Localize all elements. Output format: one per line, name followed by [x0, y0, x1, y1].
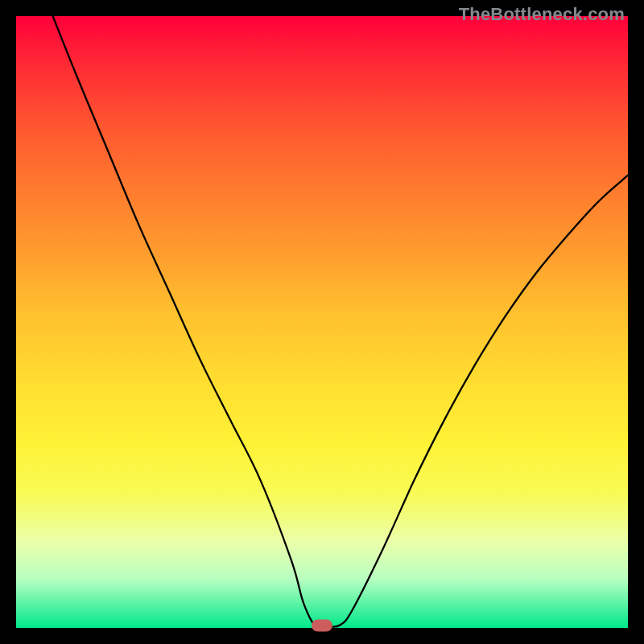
bottleneck-curve [53, 16, 628, 629]
curve-svg [16, 16, 628, 628]
watermark-text: TheBottleneck.com [459, 4, 625, 25]
optimal-marker [312, 619, 332, 631]
chart-frame: TheBottleneck.com [0, 0, 644, 644]
plot-area [16, 16, 628, 628]
